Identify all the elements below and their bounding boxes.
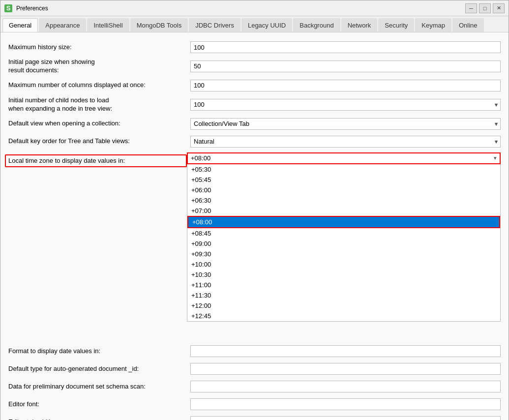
row-schema-scan: Data for preliminary document set schema… bbox=[8, 380, 501, 393]
row-max-columns: Maximum number of columns displayed at o… bbox=[8, 79, 501, 92]
title-bar: S Preferences ─ □ ✕ bbox=[0, 0, 509, 16]
row-doc-id-type: Default type for auto-generated document… bbox=[8, 362, 501, 376]
tab-legacy-uuid[interactable]: Legacy UUID bbox=[241, 18, 292, 32]
timezone-option-0700[interactable]: +07:00 bbox=[187, 206, 500, 216]
timezone-option-1030[interactable]: +10:30 bbox=[187, 270, 500, 280]
close-button[interactable]: ✕ bbox=[493, 3, 505, 13]
schema-scan-field[interactable] bbox=[190, 381, 501, 392]
timezone-option-1245[interactable]: +12:45 bbox=[187, 311, 500, 321]
page-size-field[interactable] bbox=[190, 60, 501, 72]
timezone-option-1100[interactable]: +11:00 bbox=[187, 280, 500, 290]
editor-tab-width-field[interactable] bbox=[190, 416, 501, 420]
row-page-size: Initial page size when showingresult doc… bbox=[8, 58, 501, 75]
doc-id-type-field[interactable] bbox=[190, 363, 501, 375]
window-controls: ─ □ ✕ bbox=[465, 3, 505, 13]
timezone-option-0545[interactable]: +05:45 bbox=[187, 175, 500, 185]
tab-general[interactable]: General bbox=[2, 18, 38, 32]
input-schema-scan bbox=[190, 381, 501, 392]
tab-jdbc-drivers[interactable]: JDBC Drivers bbox=[189, 18, 240, 32]
label-child-nodes: Initial number of child nodes to loadwhe… bbox=[8, 96, 190, 113]
tab-security[interactable]: Security bbox=[378, 18, 414, 32]
input-history-size bbox=[190, 41, 501, 53]
label-doc-id-type: Default type for auto-generated document… bbox=[8, 365, 190, 373]
row-history-size: Maximum history size: bbox=[8, 40, 501, 54]
tab-mongodb-tools[interactable]: MongoDB Tools bbox=[130, 18, 188, 32]
row-editor-tab-width: Editor tab width: bbox=[8, 415, 501, 420]
timezone-option-0600[interactable]: +06:00 bbox=[187, 185, 500, 195]
app-icon: S bbox=[4, 4, 12, 12]
label-timezone: Local time zone to display date values i… bbox=[5, 154, 187, 168]
rows-below-dropdown: Format to display date values in: Defaul… bbox=[8, 344, 501, 420]
tab-network[interactable]: Network bbox=[341, 18, 378, 32]
label-editor-font: Editor font: bbox=[8, 400, 190, 409]
label-key-order: Default key order for Tree and Table vie… bbox=[8, 137, 190, 146]
tab-background[interactable]: Background bbox=[293, 18, 340, 32]
select-default-view-wrapper: Collection/View Tab ▾ bbox=[190, 118, 501, 130]
row-date-format: Format to display date values in: bbox=[8, 344, 501, 358]
input-max-columns bbox=[190, 80, 501, 91]
tab-keymap[interactable]: Keymap bbox=[415, 18, 451, 32]
timezone-option-0530[interactable]: +05:30 bbox=[187, 164, 500, 175]
label-date-format: Format to display date values in: bbox=[8, 347, 190, 356]
window-title: Preferences bbox=[16, 5, 461, 12]
input-date-format bbox=[190, 345, 501, 357]
tab-bar: General Appearance IntelliShell MongoDB … bbox=[0, 16, 509, 32]
input-editor-font bbox=[190, 398, 501, 410]
row-default-view: Default view when opening a collection: … bbox=[8, 117, 501, 131]
row-child-nodes: Initial number of child nodes to loadwhe… bbox=[8, 96, 501, 113]
child-nodes-select[interactable]: 100 bbox=[190, 99, 501, 111]
select-key-order-wrapper: Natural ▾ bbox=[190, 136, 501, 148]
tab-appearance[interactable]: Appearance bbox=[39, 18, 86, 32]
timezone-option-1200[interactable]: +12:00 bbox=[187, 300, 500, 311]
content-area: Maximum history size: Initial page size … bbox=[0, 32, 509, 420]
select-child-nodes-wrapper: 100 ▾ bbox=[190, 99, 501, 111]
editor-font-field[interactable] bbox=[190, 398, 501, 410]
label-page-size: Initial page size when showingresult doc… bbox=[8, 58, 190, 75]
history-size-field[interactable] bbox=[190, 41, 501, 53]
tab-intellishell[interactable]: IntelliShell bbox=[87, 18, 129, 32]
default-view-select[interactable]: Collection/View Tab bbox=[190, 118, 501, 130]
key-order-select[interactable]: Natural bbox=[190, 136, 501, 148]
chevron-down-icon: ▾ bbox=[494, 155, 497, 161]
timezone-option-0930[interactable]: +09:30 bbox=[187, 249, 500, 259]
timezone-selected-value: +08:00 bbox=[191, 154, 494, 162]
timezone-option-0845[interactable]: +08:45 bbox=[187, 228, 500, 239]
minimize-button[interactable]: ─ bbox=[465, 3, 477, 13]
label-editor-tab-width: Editor tab width: bbox=[8, 418, 190, 420]
maximize-button[interactable]: □ bbox=[479, 3, 491, 13]
row-editor-font: Editor font: bbox=[8, 397, 501, 411]
timezone-option-0800[interactable]: +08:00 bbox=[187, 216, 500, 228]
preferences-window: S Preferences ─ □ ✕ General Appearance I… bbox=[0, 0, 509, 420]
row-key-order: Default key order for Tree and Table vie… bbox=[8, 135, 501, 149]
timezone-dropdown-container: +08:00 ▾ +05:30 +05:45 +06:00 +06:30 +07… bbox=[187, 152, 501, 164]
timezone-option-1130[interactable]: +11:30 bbox=[187, 290, 500, 300]
svg-text:S: S bbox=[6, 5, 11, 12]
input-editor-tab-width bbox=[190, 416, 501, 420]
timezone-dropdown-display[interactable]: +08:00 ▾ bbox=[187, 152, 501, 164]
label-default-view: Default view when opening a collection: bbox=[8, 120, 190, 128]
input-doc-id-type bbox=[190, 363, 501, 375]
label-schema-scan: Data for preliminary document set schema… bbox=[8, 383, 190, 391]
label-history-size: Maximum history size: bbox=[8, 43, 190, 52]
timezone-option-1300[interactable]: +13:00 bbox=[187, 321, 500, 322]
label-max-columns: Maximum number of columns displayed at o… bbox=[8, 81, 190, 90]
timezone-option-0630[interactable]: +06:30 bbox=[187, 195, 500, 206]
max-columns-field[interactable] bbox=[190, 80, 501, 91]
timezone-option-1000[interactable]: +10:00 bbox=[187, 259, 500, 270]
tab-online[interactable]: Online bbox=[452, 18, 484, 32]
input-page-size bbox=[190, 60, 501, 72]
timezone-option-0900[interactable]: +09:00 bbox=[187, 239, 500, 249]
row-timezone: Local time zone to display date values i… bbox=[8, 152, 501, 168]
date-format-field[interactable] bbox=[190, 345, 501, 357]
timezone-dropdown-list: +05:30 +05:45 +06:00 +06:30 +07:00 +08:0… bbox=[187, 164, 501, 322]
